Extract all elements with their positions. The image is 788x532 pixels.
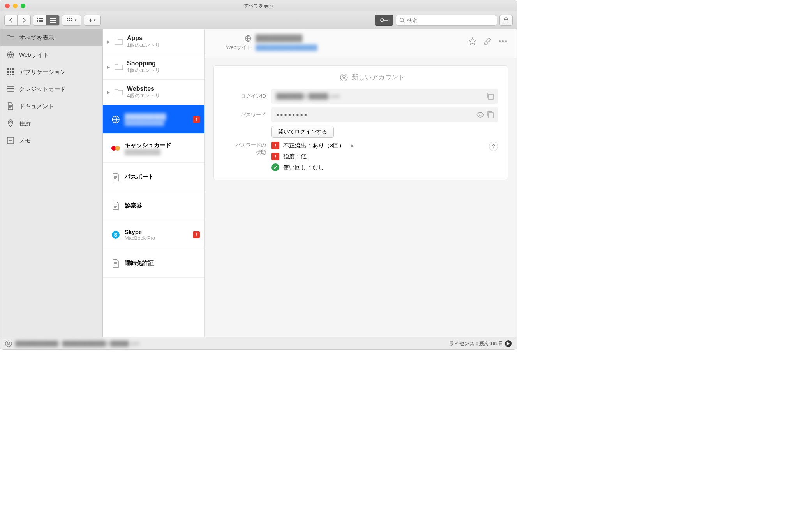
svg-rect-27 <box>12 74 14 75</box>
toolbar: ▾ +▾ <box>0 11 517 29</box>
svg-rect-10 <box>69 18 70 19</box>
globe-icon <box>245 35 252 42</box>
svg-rect-23 <box>10 71 11 73</box>
svg-point-15 <box>381 19 384 22</box>
svg-rect-5 <box>41 20 43 22</box>
svg-rect-9 <box>67 18 68 19</box>
document-icon <box>111 259 120 268</box>
svg-rect-6 <box>50 18 56 19</box>
key-button[interactable] <box>375 15 393 26</box>
window-close-button[interactable] <box>5 4 10 8</box>
status-reuse: ✓ 使い回し：なし <box>271 163 483 171</box>
chevron-right-icon: ▶ <box>107 65 111 70</box>
svg-point-40 <box>343 75 345 77</box>
copy-icon[interactable] <box>487 93 494 100</box>
login-id-field[interactable]: ███████@█████.com <box>271 89 498 104</box>
entry-skype[interactable]: S SkypeMacBook Pro ! <box>103 220 204 249</box>
svg-rect-20 <box>10 68 11 70</box>
folder-shopping[interactable]: ▶ Shopping1個のエントリ <box>103 54 204 80</box>
account-card: 新しいアカウント ログインID ███████@█████.com パスワード … <box>213 65 508 180</box>
svg-point-16 <box>400 18 404 21</box>
svg-rect-17 <box>504 20 508 23</box>
entry-cashcard[interactable]: キャッシュカード██████████ <box>103 134 204 163</box>
card-icon <box>7 85 14 93</box>
group-menu-button[interactable]: ▾ <box>62 15 81 26</box>
svg-rect-25 <box>7 74 9 75</box>
search-input[interactable] <box>407 17 494 23</box>
lock-button[interactable] <box>499 15 513 26</box>
sidebar-item-addresses[interactable]: 住所 <box>0 115 102 132</box>
document-icon <box>7 102 14 110</box>
person-icon <box>340 74 348 81</box>
back-button[interactable] <box>4 15 18 26</box>
svg-rect-22 <box>7 71 9 73</box>
alert-icon: ! <box>271 142 279 149</box>
chevron-right-icon: ▶ <box>505 340 512 347</box>
open-and-login-button[interactable]: 開いてログインする <box>271 126 334 138</box>
view-grid-button[interactable] <box>33 15 46 26</box>
help-icon[interactable]: ? <box>489 142 498 151</box>
add-menu-button[interactable]: +▾ <box>84 15 101 26</box>
status-bar: ████████████ / ████████████@█████.com ライ… <box>0 337 517 349</box>
svg-rect-19 <box>7 68 9 70</box>
svg-rect-7 <box>50 20 56 21</box>
edit-icon[interactable] <box>484 37 492 45</box>
more-icon[interactable] <box>499 40 507 42</box>
view-list-button[interactable] <box>46 15 60 26</box>
window-minimize-button[interactable] <box>13 4 18 8</box>
sidebar-item-documents[interactable]: ドキュメント <box>0 98 102 115</box>
chevron-right-icon: ▶ <box>107 90 111 95</box>
status-breach[interactable]: ! 不正流出：あり（3回） ▶ <box>271 142 483 149</box>
sidebar-item-applications[interactable]: アプリケーション <box>0 63 102 81</box>
alert-icon: ! <box>271 153 279 160</box>
svg-rect-12 <box>67 20 68 21</box>
window-title: すべてを表示 <box>243 2 274 9</box>
folder-icon <box>115 38 123 45</box>
license-status[interactable]: ライセンス：残り181日 ▶ <box>449 340 512 347</box>
entry-website[interactable]: █████████████████████ ! <box>103 105 204 134</box>
window-maximize-button[interactable] <box>21 4 25 8</box>
check-icon: ✓ <box>271 163 279 171</box>
svg-point-42 <box>479 114 481 116</box>
entry-url[interactable]: ████████████████ <box>256 44 317 51</box>
folder-icon <box>115 89 123 96</box>
svg-rect-3 <box>37 20 38 22</box>
login-id-label: ログインID <box>223 93 266 100</box>
svg-rect-43 <box>489 113 493 118</box>
apps-icon <box>7 68 14 76</box>
sidebar-item-creditcards[interactable]: クレジットカード <box>0 81 102 98</box>
sidebar-item-all[interactable]: すべてを表示 <box>0 29 102 46</box>
forward-button[interactable] <box>18 15 31 26</box>
password-field[interactable]: ●●●●●●●● <box>271 107 498 122</box>
svg-text:S: S <box>114 232 117 238</box>
detail-pane: ██████████ Webサイト ████████████████ 新しい <box>205 29 517 337</box>
eye-icon[interactable] <box>476 112 484 118</box>
entry-passport[interactable]: パスポート <box>103 163 204 191</box>
skype-icon: S <box>111 230 120 239</box>
account-info: ████████████ / ████████████@█████.com <box>15 341 139 346</box>
pin-icon <box>7 119 14 127</box>
copy-icon[interactable] <box>487 111 494 118</box>
svg-rect-41 <box>489 94 493 99</box>
entry-medical-card[interactable]: 診察券 <box>103 191 204 220</box>
search-box[interactable] <box>396 15 497 26</box>
folder-apps[interactable]: ▶ Apps1個のエントリ <box>103 29 204 54</box>
svg-point-30 <box>10 121 11 123</box>
entry-drivers-license[interactable]: 運転免許証 <box>103 249 204 278</box>
warning-badge-icon: ! <box>193 116 200 123</box>
category-sidebar: すべてを表示 Webサイト アプリケーション クレジットカード ドキュメント 住… <box>0 29 103 337</box>
folder-websites[interactable]: ▶ Websites4個のエントリ <box>103 80 204 105</box>
globe-icon <box>111 115 120 124</box>
password-label: パスワード <box>223 111 266 118</box>
entry-name: ██████████ <box>256 35 302 42</box>
sidebar-item-websites[interactable]: Webサイト <box>0 46 102 63</box>
star-icon[interactable] <box>468 37 477 46</box>
folder-icon <box>7 34 14 42</box>
mastercard-icon <box>111 144 120 153</box>
document-icon <box>111 173 120 181</box>
svg-point-38 <box>505 40 507 42</box>
sidebar-item-notes[interactable]: メモ <box>0 132 102 149</box>
note-icon <box>7 137 14 144</box>
svg-rect-2 <box>41 18 43 19</box>
person-icon <box>5 340 12 347</box>
